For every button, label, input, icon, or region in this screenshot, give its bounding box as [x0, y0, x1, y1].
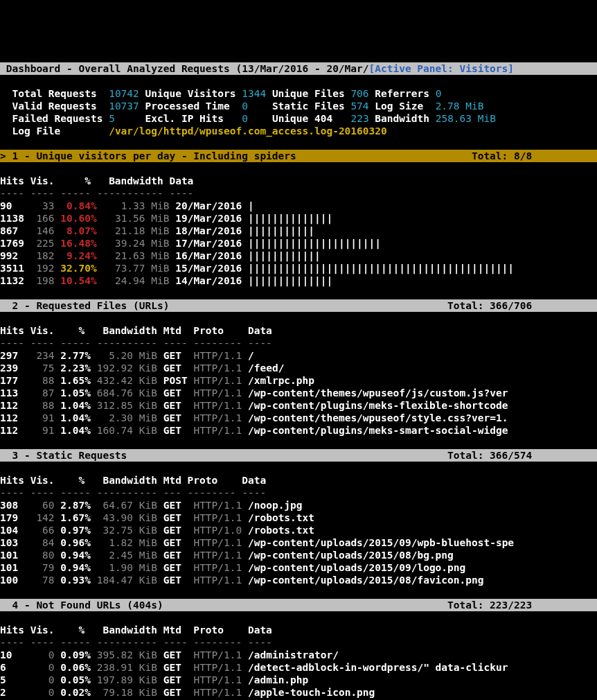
data-value: /wp-content/plugins/meks-flexible-shortc… — [248, 400, 508, 411]
data-value: /feed/ — [248, 362, 284, 374]
panel-3-row[interactable]: 101 80 0.94% 2.45 MiB GET HTTP/1.1 /wp-c… — [0, 549, 597, 561]
panel-3-row[interactable]: 101 79 0.94% 1.90 MiB GET HTTP/1.1 /wp-c… — [0, 561, 597, 574]
pct-value: 9.24% — [60, 250, 96, 261]
log-file-label: Log File — [12, 125, 60, 137]
panel-1-row[interactable]: 90 33 0.84% 1.33 MiB 20/Mar/2016 | — [0, 200, 597, 212]
proto-value: HTTP/1.1 — [193, 575, 242, 586]
vis-value: 0 — [30, 687, 55, 698]
method-value: GET — [163, 649, 188, 660]
panel-3-row[interactable]: 179 142 1.67% 43.90 KiB GET HTTP/1.1 /ro… — [0, 511, 597, 524]
proto-value: HTTP/1.1 — [193, 400, 242, 411]
blank-line — [0, 75, 597, 87]
panel-2-row[interactable]: 113 87 1.05% 684.76 KiB GET HTTP/1.1 /wp… — [0, 387, 597, 399]
stats-row-4: Log File /var/log/httpd/wpuseof.com_acce… — [0, 125, 597, 137]
panel-2-row[interactable]: 112 91 1.04% 2.30 MiB GET HTTP/1.1 /wp-c… — [0, 412, 597, 424]
panel-1-header[interactable]: > 1 - Unique visitors per day - Includin… — [0, 150, 597, 162]
panel-4-row[interactable]: 10 0 0.09% 395.82 KiB GET HTTP/1.1 /admi… — [0, 649, 597, 661]
bandwidth-value: 432.42 KiB — [97, 375, 157, 386]
unique-visitors-label: Unique Visitors — [145, 88, 236, 99]
panel-4-row[interactable]: 5 0 0.05% 197.89 KiB GET HTTP/1.1 /admin… — [0, 674, 597, 686]
vis-value: 79 — [30, 562, 55, 573]
vis-value: 60 — [30, 500, 55, 511]
panel-1-row[interactable]: 3511 192 32.70% 73.77 MiB 15/Mar/2016 ||… — [0, 262, 597, 274]
pct-value: 0.84% — [60, 200, 96, 211]
unique-files-label: Unique Files — [272, 88, 345, 99]
panel-2-row[interactable]: 112 88 1.04% 312.85 KiB GET HTTP/1.1 /wp… — [0, 399, 597, 412]
bandwidth-value: 21.63 MiB — [103, 250, 169, 261]
panel-1-row[interactable]: 992 182 9.24% 21.63 MiB 16/Mar/2016 ||||… — [0, 250, 597, 262]
data-value: /wp-content/plugins/meks-smart-social-wi… — [248, 425, 508, 436]
panel-4-row[interactable]: 6 0 0.06% 238.91 KiB GET HTTP/1.1 /detec… — [0, 661, 597, 674]
pct-value: 2.77% — [60, 350, 91, 361]
bar-chart-icon: |||||||||||||||||||||| — [248, 238, 381, 249]
proto-value: HTTP/1.1 — [193, 362, 242, 374]
panel-3-row[interactable]: 308 60 2.87% 64.67 KiB GET HTTP/1.1 /noo… — [0, 499, 597, 511]
bandwidth-value: 64.67 KiB — [97, 500, 157, 511]
static-files-value: 574 — [350, 100, 368, 112]
bandwidth-value: 21.18 MiB — [103, 225, 169, 236]
pct-value: 1.04% — [60, 400, 91, 411]
excl-ip-hits-value: 0 — [242, 113, 248, 124]
panel-3-row[interactable]: 103 84 0.96% 1.82 MiB GET HTTP/1.1 /wp-c… — [0, 536, 597, 549]
vis-value: 166 — [30, 213, 55, 224]
pct-value: 1.65% — [60, 375, 91, 386]
hits-value: 2 — [0, 687, 24, 698]
method-value: GET — [163, 562, 188, 573]
method-value: GET — [163, 412, 188, 423]
panel-1-row[interactable]: 1132 198 10.54% 24.94 MiB 14/Mar/2016 ||… — [0, 274, 597, 287]
proto-value: HTTP/1.1 — [193, 562, 242, 573]
panel-3-row[interactable]: 100 78 0.93% 184.47 KiB GET HTTP/1.1 /wp… — [0, 574, 597, 586]
total-requests-label: Total Requests — [12, 88, 96, 99]
proto-value: HTTP/1.1 — [193, 662, 242, 673]
panel-4-row[interactable]: 2 0 0.02% 79.18 KiB GET HTTP/1.1 /apple-… — [0, 686, 597, 699]
valid-requests-value: 10737 — [109, 100, 139, 112]
hits-value: 308 — [0, 500, 24, 511]
bandwidth-value: 31.56 MiB — [103, 213, 169, 224]
proto-value: HTTP/1.0 — [193, 525, 242, 536]
proto-value: HTTP/1.1 — [193, 550, 242, 561]
method-value: GET — [163, 662, 188, 673]
terminal-root: Dashboard - Overall Analyzed Requests (1… — [0, 62, 597, 700]
bandwidth-value: 1.33 MiB — [103, 200, 169, 211]
pct-value: 1.04% — [60, 425, 91, 436]
data-value: /wp-content/uploads/2015/09/wpb-bluehost… — [248, 537, 514, 548]
vis-value: 33 — [30, 200, 55, 211]
panel-2-row[interactable]: 177 88 1.65% 432.42 KiB POST HTTP/1.1 /x… — [0, 374, 597, 387]
panel-3-header[interactable]: 3 - Static Requests Total: 366/574 — [0, 449, 597, 462]
method-value: GET — [163, 537, 188, 548]
hits-value: 1769 — [0, 238, 24, 249]
panel-2-header[interactable]: 2 - Requested Files (URLs) Total: 366/70… — [0, 299, 597, 312]
method-value: GET — [163, 362, 188, 374]
proto-value: HTTP/1.1 — [193, 512, 242, 523]
pct-value: 16.48% — [60, 238, 96, 249]
proto-value: HTTP/1.1 — [193, 674, 242, 685]
method-value: GET — [163, 400, 188, 411]
stats-row-1: Total Requests 10742 Unique Visitors 134… — [0, 87, 597, 100]
pct-value: 0.94% — [60, 550, 91, 561]
pct-value: 0.02% — [60, 687, 91, 698]
proto-value: HTTP/1.1 — [193, 350, 242, 361]
blank-line — [0, 312, 597, 324]
bar-chart-icon: ||||||||||| — [248, 225, 314, 236]
panel-2-row[interactable]: 239 75 2.23% 192.92 KiB GET HTTP/1.1 /fe… — [0, 362, 597, 374]
panel-3-row[interactable]: 104 66 0.97% 32.75 KiB GET HTTP/1.0 /rob… — [0, 524, 597, 536]
bandwidth-value: 238.91 KiB — [97, 662, 157, 673]
pct-value: 2.87% — [60, 500, 91, 511]
panel-4-header[interactable]: 4 - Not Found URLs (404s) Total: 223/223 — [0, 599, 597, 611]
title-text: Dashboard - Overall Analyzed Requests (1… — [0, 63, 369, 74]
panel-2-row[interactable]: 112 91 1.04% 160.74 KiB GET HTTP/1.1 /wp… — [0, 424, 597, 437]
hits-value: 103 — [0, 537, 24, 548]
pct-value: 1.67% — [60, 512, 91, 523]
bandwidth-value: 5.20 MiB — [97, 350, 157, 361]
panel-1-row[interactable]: 1138 166 10.60% 31.56 MiB 19/Mar/2016 ||… — [0, 212, 597, 225]
data-value: / — [248, 350, 254, 361]
hits-value: 112 — [0, 425, 24, 436]
panel-1-row[interactable]: 867 146 8.07% 21.18 MiB 18/Mar/2016 ||||… — [0, 225, 597, 237]
panel-1-row[interactable]: 1769 225 16.48% 39.24 MiB 17/Mar/2016 ||… — [0, 237, 597, 250]
hits-value: 101 — [0, 550, 24, 561]
data-value: /robots.txt — [248, 525, 314, 536]
data-value: /xmlrpc.php — [248, 375, 314, 386]
bandwidth-value: 684.76 KiB — [97, 387, 157, 399]
panel-1-columns: Hits Vis. % Bandwidth Data — [0, 175, 597, 187]
panel-2-row[interactable]: 297 234 2.77% 5.20 MiB GET HTTP/1.1 / — [0, 349, 597, 362]
